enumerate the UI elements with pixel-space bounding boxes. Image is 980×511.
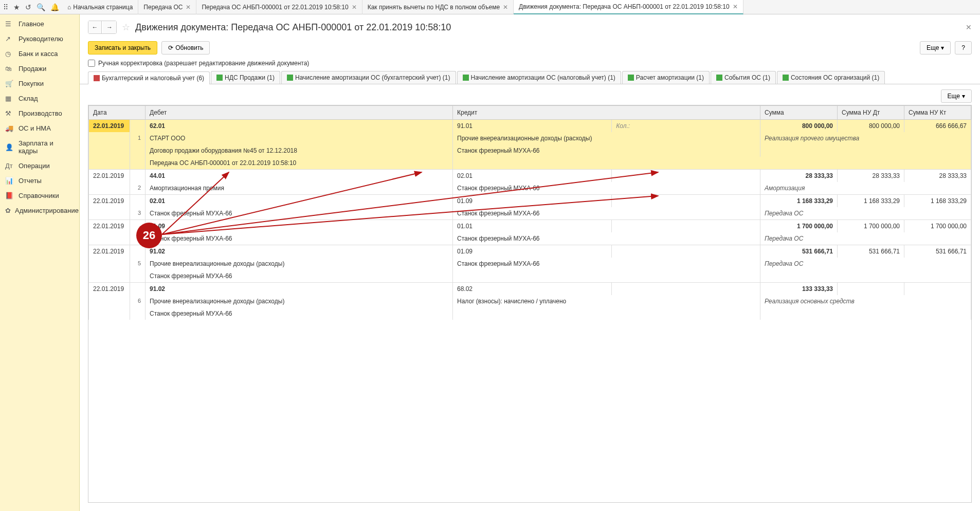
- subtab[interactable]: Начисление амортизации ОС (налоговый уче…: [457, 71, 621, 84]
- grid-more-button[interactable]: Еще ▾: [941, 89, 972, 103]
- refresh-icon: ⟳: [168, 44, 173, 51]
- table-row[interactable]: 22.01.201991.0268.02133 333,33: [89, 283, 971, 296]
- table-row[interactable]: 22.01.201901.0901.011 700 000,001 700 00…: [89, 220, 971, 233]
- top-tab[interactable]: ⌂Начальная страница: [62, 0, 138, 14]
- history-icon[interactable]: ↺: [25, 3, 31, 11]
- sidebar-icon: ↗: [5, 35, 14, 43]
- subtab-label: Начисление амортизации ОС (бухгалтерский…: [295, 74, 450, 81]
- sidebar-icon: ⚒: [5, 110, 14, 117]
- sidebar-item[interactable]: 📕Справочники: [0, 188, 79, 203]
- back-button[interactable]: ←: [88, 21, 102, 33]
- table-row[interactable]: Передача ОС АНБП-000001 от 22.01.2019 10…: [89, 157, 971, 170]
- table-row[interactable]: 22.01.201902.0101.091 168 333,291 168 33…: [89, 195, 971, 208]
- sidebar-item[interactable]: ◷Банк и касса: [0, 46, 79, 61]
- top-tab[interactable]: Передача ОС АНБП-000001 от 22.01.2019 10…: [196, 0, 362, 14]
- sidebar-item[interactable]: ⚒Производство: [0, 106, 79, 121]
- subtab-icon: [94, 75, 100, 81]
- subtab-icon: [628, 75, 634, 81]
- sidebar-item[interactable]: 📊Отчеты: [0, 173, 79, 188]
- sidebar-icon: ☰: [5, 20, 14, 28]
- table-row[interactable]: 4Станок фрезерный МУХА-66Станок фрезерны…: [89, 232, 971, 245]
- more-button[interactable]: Еще ▾: [920, 41, 951, 54]
- sidebar-icon: 🛒: [5, 80, 14, 87]
- subtab-icon: [783, 75, 789, 81]
- tab-label: Как принять вычеты по НДС в полном объем…: [368, 4, 500, 11]
- sidebar-label: Руководителю: [19, 35, 63, 43]
- tab-close-icon[interactable]: ✕: [352, 4, 357, 11]
- subtab[interactable]: Начисление амортизации ОС (бухгалтерский…: [281, 71, 456, 84]
- table-row[interactable]: 2Амортизационная премияСтанок фрезерный …: [89, 182, 971, 195]
- help-button[interactable]: ?: [955, 41, 972, 54]
- sidebar-icon: ▦: [5, 95, 14, 102]
- sidebar-item[interactable]: ДтОперации: [0, 158, 79, 173]
- apps-icon[interactable]: ⠿: [3, 3, 8, 11]
- subtab[interactable]: Состояния ОС организаций (1): [777, 71, 885, 84]
- top-tab[interactable]: Движения документа: Передача ОС АНБП-000…: [514, 0, 743, 14]
- table-row[interactable]: 22.01.201991.0201.09531 666,71531 666,71…: [89, 245, 971, 258]
- top-tab[interactable]: Как принять вычеты по НДС в полном объем…: [362, 0, 514, 14]
- nav-buttons: ← →: [88, 21, 117, 34]
- subtab[interactable]: Бухгалтерский и налоговый учет (6): [88, 71, 210, 84]
- sidebar-item[interactable]: ↗Руководителю: [0, 31, 79, 46]
- table-row[interactable]: Станок фрезерный МУХА-66: [89, 270, 971, 283]
- save-close-button[interactable]: Записать и закрыть: [88, 41, 157, 54]
- star-icon[interactable]: ★: [13, 3, 20, 11]
- sidebar-icon: 📕: [5, 192, 14, 199]
- close-icon[interactable]: ✕: [966, 23, 972, 31]
- forward-button[interactable]: →: [103, 21, 116, 33]
- sidebar: ☰Главное↗Руководителю◷Банк и касса🛍Прода…: [0, 14, 80, 511]
- subtab-label: Состояния ОС организаций (1): [791, 74, 879, 81]
- subtab-label: Начисление амортизации ОС (налоговый уче…: [471, 74, 615, 81]
- accounting-grid[interactable]: ДатаДебетКредитСуммаСумма НУ ДтСумма НУ …: [88, 105, 972, 503]
- tab-close-icon[interactable]: ✕: [733, 3, 738, 10]
- table-row[interactable]: 5Прочие внереализационные доходы (расход…: [89, 258, 971, 270]
- subtabs: Бухгалтерский и налоговый учет (6)НДС Пр…: [80, 71, 980, 84]
- sidebar-icon: Дт: [5, 162, 14, 170]
- sidebar-item[interactable]: ☰Главное: [0, 16, 79, 31]
- favorite-icon[interactable]: ☆: [122, 22, 130, 33]
- table-row[interactable]: 22.01.201944.0102.0128 333,3328 333,3328…: [89, 170, 971, 182]
- sidebar-item[interactable]: 🚚ОС и НМА: [0, 121, 79, 136]
- table-row[interactable]: 1СТАРТ ОООПрочие внереализационные доход…: [89, 132, 971, 144]
- home-icon: ⌂: [67, 4, 71, 11]
- top-tab[interactable]: Передача ОС✕: [138, 0, 196, 14]
- sidebar-item[interactable]: ▦Склад: [0, 91, 79, 106]
- bell-icon[interactable]: 🔔: [50, 3, 59, 11]
- sidebar-item[interactable]: 👤Зарплата и кадры: [0, 136, 79, 158]
- subtab[interactable]: Расчет амортизации (1): [622, 71, 710, 84]
- sidebar-item[interactable]: 🛍Продажи: [0, 61, 79, 76]
- sidebar-item[interactable]: ✿Администрирование: [0, 203, 79, 218]
- tab-close-icon[interactable]: ✕: [186, 4, 191, 11]
- subtab[interactable]: НДС Продажи (1): [211, 71, 280, 84]
- refresh-button[interactable]: ⟳Обновить: [161, 41, 210, 54]
- sidebar-label: Отчеты: [19, 177, 42, 185]
- sidebar-label: Справочники: [19, 192, 59, 199]
- sidebar-item[interactable]: 🛒Покупки: [0, 76, 79, 91]
- tab-label: Передача ОС: [143, 4, 183, 11]
- subtab[interactable]: События ОС (1): [711, 71, 776, 84]
- subtab-label: Бухгалтерский и налоговый учет (6): [102, 75, 204, 82]
- sidebar-label: ОС и НМА: [19, 124, 51, 132]
- sidebar-label: Производство: [19, 110, 62, 117]
- subtab-label: Расчет амортизации (1): [636, 74, 704, 81]
- tab-close-icon[interactable]: ✕: [503, 4, 508, 11]
- table-row[interactable]: Станок фрезерный МУХА-66: [89, 307, 971, 320]
- manual-edit-checkbox[interactable]: [88, 60, 95, 67]
- table-row[interactable]: 6Прочие внереализационные доходы (расход…: [89, 295, 971, 307]
- page-title: Движения документа: Передача ОС АНБП-000…: [135, 22, 451, 33]
- main: ← → ☆ Движения документа: Передача ОС АН…: [80, 14, 980, 511]
- sidebar-icon: 🚚: [5, 124, 14, 132]
- sidebar-icon: ◷: [5, 50, 14, 58]
- tab-label: Движения документа: Передача ОС АНБП-000…: [519, 3, 730, 10]
- subtab-icon: [287, 75, 293, 81]
- table-row[interactable]: 22.01.201962.0191.01Кол.:800 000,00800 0…: [89, 120, 971, 133]
- sidebar-label: Зарплата и кадры: [19, 139, 74, 155]
- annotation-badge: 26: [136, 223, 162, 248]
- search-icon[interactable]: 🔍: [37, 3, 45, 11]
- sidebar-label: Склад: [19, 95, 38, 102]
- tab-label: Начальная страница: [73, 4, 133, 11]
- sidebar-label: Банк и касса: [19, 50, 58, 58]
- table-row[interactable]: Договор продажи оборудования №45 от 12.1…: [89, 144, 971, 157]
- table-row[interactable]: 3Станок фрезерный МУХА-66Станок фрезерны…: [89, 207, 971, 220]
- sidebar-label: Операции: [19, 162, 50, 170]
